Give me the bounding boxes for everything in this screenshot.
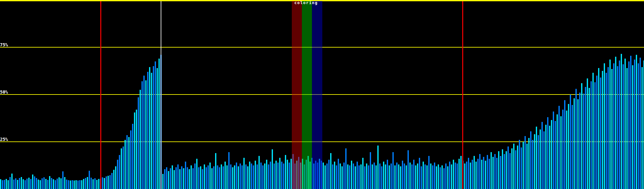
histogram-bar — [0, 179, 1, 189]
histogram-bar — [260, 163, 262, 189]
histogram-bar — [287, 160, 288, 189]
histogram-bar — [360, 164, 362, 189]
histogram-bar — [202, 169, 203, 189]
histogram-bar — [64, 177, 65, 189]
histogram-bar — [551, 120, 552, 189]
histogram-bar — [204, 164, 205, 189]
histogram-bar — [528, 138, 530, 189]
histogram-bar — [558, 106, 560, 189]
histogram-bar — [21, 177, 22, 189]
histogram-bar — [523, 142, 524, 189]
histogram-bar — [379, 163, 380, 189]
histogram-bar — [208, 165, 209, 189]
histogram-bar — [142, 81, 143, 189]
histogram-bar — [68, 180, 69, 189]
histogram-bar — [377, 146, 379, 189]
histogram-bar — [368, 165, 369, 189]
histogram-bar — [140, 90, 141, 189]
histogram-bar — [128, 137, 130, 189]
histogram-bar — [534, 134, 535, 189]
histogram-bar — [217, 165, 218, 189]
histogram-bar — [49, 176, 50, 189]
histogram-bar — [106, 176, 107, 189]
histogram-bar — [353, 163, 354, 189]
histogram-bar — [213, 166, 214, 189]
histogram-bar — [468, 158, 469, 189]
histogram-bar — [81, 180, 82, 189]
phase-band-blue — [312, 1, 322, 189]
histogram-bar — [636, 55, 637, 189]
histogram-bar — [66, 180, 67, 189]
histogram-bar — [158, 59, 160, 189]
histogram-bar — [157, 68, 158, 189]
histogram-bar — [183, 168, 184, 189]
y-axis-tick-75: 75% — [0, 43, 8, 47]
histogram-bar — [13, 180, 14, 189]
histogram-bar — [281, 162, 282, 189]
histogram-bar — [115, 166, 116, 189]
histogram-bar — [568, 104, 569, 189]
histogram-bar — [6, 179, 7, 189]
histogram-bar — [632, 65, 633, 189]
histogram-bar — [255, 161, 256, 189]
histogram-bar — [543, 131, 545, 189]
histogram-bar — [436, 166, 437, 189]
histogram-bar — [630, 56, 631, 189]
histogram-bar — [130, 130, 131, 189]
histogram-bar — [553, 112, 554, 189]
histogram-bar — [87, 177, 88, 189]
histogram-bar — [445, 163, 447, 189]
histogram-bar — [149, 67, 150, 189]
histogram-bar — [26, 179, 28, 189]
histogram-bar — [253, 165, 254, 189]
histogram-bar — [438, 164, 439, 189]
histogram-bar — [228, 152, 230, 189]
histogram-bar — [417, 163, 418, 189]
histogram-bar — [609, 60, 611, 189]
histogram-bar — [608, 67, 609, 189]
histogram-bar — [232, 167, 233, 189]
histogram-bar — [151, 73, 152, 189]
histogram-bar — [515, 150, 516, 189]
histogram-bar — [272, 149, 273, 189]
histogram-bar — [491, 152, 492, 189]
histogram-bar — [638, 63, 639, 189]
histogram-bar — [434, 163, 435, 189]
histogram-bar — [245, 164, 247, 189]
histogram-bar — [268, 164, 269, 189]
histogram-bar — [172, 165, 173, 189]
histogram-bar — [545, 125, 547, 189]
histogram-bar — [247, 166, 248, 189]
histogram-bar — [334, 162, 335, 189]
histogram-bar — [489, 159, 490, 189]
histogram-bar — [74, 180, 75, 189]
histogram-bar — [625, 59, 626, 189]
histogram-bar — [555, 121, 556, 189]
histogram-bar — [389, 165, 390, 189]
phase-band-green — [302, 1, 312, 189]
histogram-bar — [155, 61, 156, 189]
histogram-bar — [383, 162, 384, 189]
histogram-bar — [481, 160, 482, 189]
histogram-bar — [385, 164, 386, 189]
histogram-bar — [409, 163, 411, 189]
histogram-bar — [443, 168, 445, 189]
histogram-bar — [175, 167, 177, 189]
histogram-bar — [606, 73, 607, 189]
histogram-bar — [602, 71, 603, 189]
histogram-bar — [170, 168, 171, 189]
histogram-bar — [42, 178, 43, 189]
histogram-bar — [598, 68, 599, 189]
histogram-bar — [362, 158, 364, 189]
histogram-bar — [455, 163, 456, 189]
histogram-bar — [391, 163, 392, 189]
histogram-bar — [230, 164, 231, 189]
histogram-bar — [557, 114, 558, 189]
histogram-bar — [283, 163, 284, 189]
histogram-bar — [179, 169, 180, 189]
histogram-bar — [421, 166, 422, 189]
histogram-bar — [83, 179, 84, 189]
histogram-bar — [181, 166, 182, 189]
histogram-bar — [589, 88, 590, 189]
histogram-bar — [441, 165, 443, 189]
